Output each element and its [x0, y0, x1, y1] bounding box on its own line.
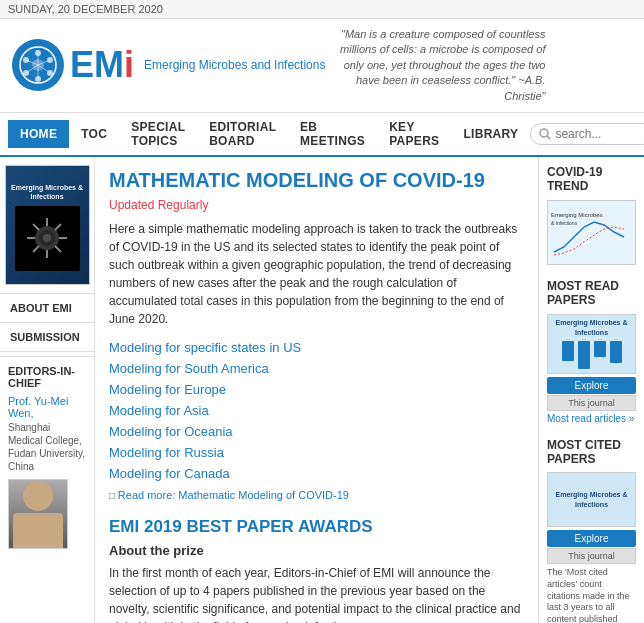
- center-content: MATHEMATIC MODELING OF COVID-19 Updated …: [95, 157, 539, 623]
- editors-title: EDITORS-IN-CHIEF: [8, 365, 86, 389]
- svg-line-23: [33, 224, 39, 230]
- svg-line-15: [547, 136, 550, 139]
- link-europe[interactable]: Modeling for Europe: [109, 382, 524, 397]
- sidebar-item-submission[interactable]: SUBMISSION: [0, 323, 94, 352]
- most-cited-title: MOST CITED PAPERS: [547, 438, 636, 467]
- this-journal-label-read: This journal: [547, 395, 636, 411]
- sidebar-menu: ABOUT EMI SUBMISSION: [0, 293, 94, 352]
- svg-line-24: [55, 246, 61, 252]
- svg-point-3: [47, 57, 53, 63]
- main-nav: HOME TOC SPECIAL TOPICS EDITORIAL BOARD …: [0, 113, 644, 157]
- right-sidebar: COVID-19 TREND Emerging Microbes & Infec…: [539, 157, 644, 623]
- section-main-title: MATHEMATIC MODELING OF COVID-19: [109, 169, 524, 192]
- most-cited-image: Emerging Microbes & Infections: [547, 472, 636, 527]
- tagline: Emerging Microbes and Infections: [144, 58, 325, 72]
- search-input[interactable]: [555, 127, 644, 141]
- covid-trend-widget: COVID-19 TREND Emerging Microbes & Infec…: [547, 165, 636, 265]
- main-layout: Emerging Microbes & Infections: [0, 157, 644, 623]
- nav-item-editorial-board[interactable]: EDITORIAL BOARD: [197, 113, 288, 155]
- prize-text: In the first month of each year, Editors…: [109, 564, 524, 623]
- nav-item-library[interactable]: LIBRARY: [451, 120, 530, 148]
- covid-trend-image: Emerging Microbes & Infections: [547, 200, 636, 265]
- most-read-image: Emerging Microbes & Infections: [547, 314, 636, 374]
- logo-icon: [12, 39, 64, 91]
- main-description: Here a simple mathematic modeling approa…: [109, 220, 524, 328]
- top-bar: SUNDAY, 20 DECEMBER 2020: [0, 0, 644, 19]
- svg-point-6: [23, 70, 29, 76]
- link-asia[interactable]: Modeling for Asia: [109, 403, 524, 418]
- covid-trend-title: COVID-19 TREND: [547, 165, 636, 194]
- link-russia[interactable]: Modeling for Russia: [109, 445, 524, 460]
- svg-point-14: [540, 129, 548, 137]
- this-journal-label-cited: This journal: [547, 548, 636, 564]
- read-more-link[interactable]: Read more: Mathematic Modeling of COVID-…: [109, 489, 524, 501]
- header-quote: "Man is a creature composed of countless…: [325, 27, 545, 104]
- nav-item-home[interactable]: HOME: [8, 120, 69, 148]
- editor-affiliation: Shanghai Medical College, Fudan Universi…: [8, 421, 86, 473]
- journal-cover: Emerging Microbes & Infections: [5, 165, 90, 285]
- updated-value: Regularly: [158, 198, 209, 212]
- cover-title: Emerging Microbes & Infections: [6, 179, 89, 205]
- nav-item-eb-meetings[interactable]: EB MEETINGS: [288, 113, 377, 155]
- updated-prefix: Updated: [109, 198, 158, 212]
- nav-item-toc[interactable]: TOC: [69, 120, 119, 148]
- logo-area: EMi Emerging Microbes and Infections: [12, 39, 325, 91]
- svg-line-25: [55, 224, 61, 230]
- svg-point-18: [43, 234, 51, 242]
- svg-text:Emerging Microbes: Emerging Microbes: [551, 212, 603, 218]
- search-icon: [539, 128, 551, 140]
- editor-avatar: [8, 479, 68, 549]
- link-specific-states[interactable]: Modeling for specific states in US: [109, 340, 524, 355]
- left-sidebar: Emerging Microbes & Infections: [0, 157, 95, 623]
- explore-button-read[interactable]: Explore: [547, 377, 636, 394]
- updated-label: Updated Regularly: [109, 198, 524, 212]
- most-cited-journal: Emerging Microbes & Infections: [552, 490, 631, 510]
- svg-line-26: [33, 246, 39, 252]
- most-read-journal: Emerging Microbes & Infections: [552, 318, 631, 336]
- most-read-widget: MOST READ PAPERS Emerging Microbes & Inf…: [547, 279, 636, 424]
- svg-text:& Infections: & Infections: [551, 220, 578, 226]
- nav-item-special-topics[interactable]: SPECIAL TOPICS: [119, 113, 197, 155]
- prize-subtitle: About the prize: [109, 543, 524, 558]
- date-label: SUNDAY, 20 DECEMBER 2020: [8, 3, 163, 15]
- search-box[interactable]: [530, 123, 644, 145]
- most-cited-widget: MOST CITED PAPERS Emerging Microbes & In…: [547, 438, 636, 623]
- logo-text: EMi: [70, 44, 134, 86]
- nav-item-key-papers[interactable]: KEY PAPERS: [377, 113, 451, 155]
- link-south-america[interactable]: Modeling for South America: [109, 361, 524, 376]
- editor-name[interactable]: Prof. Yu-Mei Wen,: [8, 395, 86, 419]
- section-awards-title: EMI 2019 BEST PAPER AWARDS: [109, 517, 524, 537]
- most-read-articles-link[interactable]: Most read articles »: [547, 413, 636, 424]
- explore-button-cited[interactable]: Explore: [547, 530, 636, 547]
- link-oceania[interactable]: Modeling for Oceania: [109, 424, 524, 439]
- most-read-title: MOST READ PAPERS: [547, 279, 636, 308]
- sidebar-item-about[interactable]: ABOUT EMI: [0, 294, 94, 323]
- link-canada[interactable]: Modeling for Canada: [109, 466, 524, 481]
- site-header: EMi Emerging Microbes and Infections "Ma…: [0, 19, 644, 113]
- editors-section: EDITORS-IN-CHIEF Prof. Yu-Mei Wen, Shang…: [0, 356, 94, 557]
- most-cited-description: The 'Most cited articles' count citation…: [547, 567, 636, 623]
- cover-image: [15, 206, 80, 271]
